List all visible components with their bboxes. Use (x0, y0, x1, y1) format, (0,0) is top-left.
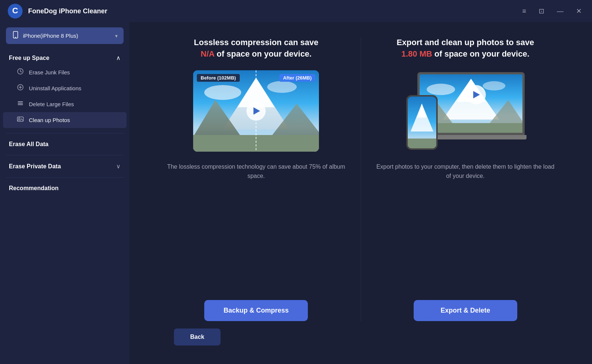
svg-point-31 (482, 81, 505, 90)
clean-photos-label: Clean up Photos (29, 117, 70, 123)
sidebar-section-free-up-space: Free up Space ∧ Erase Junk Files (0, 49, 130, 131)
photos-icon (16, 116, 24, 124)
after-label: After (26MB) (279, 74, 315, 82)
backup-compress-button[interactable]: Backup & Compress (204, 300, 308, 321)
play-icon-laptop (473, 91, 480, 98)
content-area: Lossless compression can save N/A of spa… (130, 22, 592, 364)
delete-large-label: Delete Large Files (29, 101, 74, 107)
sidebar-item-uninstall-apps[interactable]: Uninstall Applications (3, 80, 127, 96)
right-heading-part1: Export and clean up photos to save (397, 38, 534, 47)
before-label: Before (102MB) (197, 74, 239, 82)
clock-icon (16, 68, 24, 77)
apps-icon (16, 84, 24, 92)
back-button[interactable]: Back (174, 328, 221, 346)
export-delete-button[interactable]: Export & Delete (414, 300, 517, 321)
sidebar: iPhone(iPhone 8 Plus) ▾ Free up Space ∧ … (0, 22, 130, 364)
device-selector-left: iPhone(iPhone 8 Plus) (12, 31, 78, 40)
play-button-left[interactable] (246, 101, 266, 121)
svg-point-30 (427, 84, 455, 95)
svg-rect-11 (18, 103, 23, 104)
device-icon (12, 31, 19, 40)
left-panel-description: The lossless compression technology can … (166, 162, 346, 289)
svg-line-6 (20, 71, 22, 72)
free-up-space-header[interactable]: Free up Space ∧ (0, 49, 130, 64)
svg-rect-10 (18, 101, 23, 102)
svg-point-21 (204, 85, 241, 100)
divider-1 (6, 133, 124, 134)
svg-rect-13 (17, 117, 23, 121)
left-panel-heading: Lossless compression can save N/A of spa… (194, 37, 318, 60)
left-panel-image: Before (102MB) After (26MB) (193, 70, 319, 152)
sidebar-item-delete-large[interactable]: Delete Large Files (3, 96, 127, 112)
svg-point-22 (267, 81, 297, 93)
close-button[interactable]: ✕ (573, 6, 585, 16)
right-panel-description: Export photos to your computer, then del… (376, 162, 555, 289)
divider-3 (6, 177, 124, 178)
svg-rect-12 (18, 104, 23, 105)
device-selector[interactable]: iPhone(iPhone 8 Plus) ▾ (6, 27, 124, 44)
svg-rect-3 (15, 37, 16, 38)
play-button-laptop[interactable] (467, 85, 486, 104)
right-panel: Export and clean up photos to save 1.80 … (361, 37, 570, 321)
phone-device (406, 95, 438, 150)
title-bar: C FoneDog iPhone Cleaner ≡ ⊡ — ✕ (0, 0, 592, 22)
right-heading-highlight: 1.80 MB (401, 49, 432, 58)
main-layout: iPhone(iPhone 8 Plus) ▾ Free up Space ∧ … (0, 22, 592, 364)
minimize-button[interactable]: — (554, 6, 566, 16)
sidebar-item-erase-all[interactable]: Erase All Data (0, 136, 130, 153)
sidebar-item-clean-photos[interactable]: Clean up Photos (3, 112, 127, 128)
right-panel-heading: Export and clean up photos to save 1.80 … (397, 37, 534, 60)
app-logo: C (7, 3, 23, 19)
left-panel: Lossless compression can save N/A of spa… (152, 37, 361, 321)
free-up-space-title: Free up Space (9, 55, 49, 61)
bottom-bar: Back (152, 321, 570, 353)
svg-text:C: C (12, 6, 18, 15)
left-heading-highlight: N/A (201, 49, 214, 58)
panels-row: Lossless compression can save N/A of spa… (152, 37, 570, 321)
menu-button[interactable]: ≡ (519, 6, 529, 16)
divider-2 (6, 155, 124, 155)
files-icon (16, 100, 24, 108)
erase-junk-label: Erase Junk Files (29, 69, 70, 75)
title-bar-controls: ≡ ⊡ — ✕ (519, 6, 585, 16)
device-label: iPhone(iPhone 8 Plus) (23, 33, 78, 39)
svg-rect-35 (408, 138, 436, 148)
erase-private-label: Erase Private Data (9, 163, 61, 170)
title-bar-left: C FoneDog iPhone Cleaner (7, 3, 107, 19)
right-panel-image (403, 70, 528, 152)
app-title: FoneDog iPhone Cleaner (28, 7, 107, 15)
sidebar-item-recommendation[interactable]: Recommendation (0, 180, 130, 197)
right-heading-part2: of space on your device. (434, 49, 529, 58)
erase-all-label: Erase All Data (9, 141, 48, 147)
sidebar-item-erase-junk[interactable]: Erase Junk Files (3, 64, 127, 80)
play-icon (253, 107, 260, 115)
left-heading-part1: Lossless compression can save (194, 38, 318, 47)
left-heading-part2: of space on your device. (216, 49, 312, 58)
chevron-down-icon: ▾ (115, 33, 118, 39)
chevron-erase-private: ∨ (116, 163, 121, 170)
uninstall-apps-label: Uninstall Applications (29, 85, 81, 91)
mountain-background-left: Before (102MB) After (26MB) (193, 70, 319, 152)
recommendation-label: Recommendation (9, 185, 58, 191)
collapse-icon: ∧ (116, 54, 121, 61)
svg-point-14 (18, 118, 20, 119)
chat-button[interactable]: ⊡ (536, 6, 547, 16)
erase-private-header[interactable]: Erase Private Data ∨ (0, 158, 130, 175)
